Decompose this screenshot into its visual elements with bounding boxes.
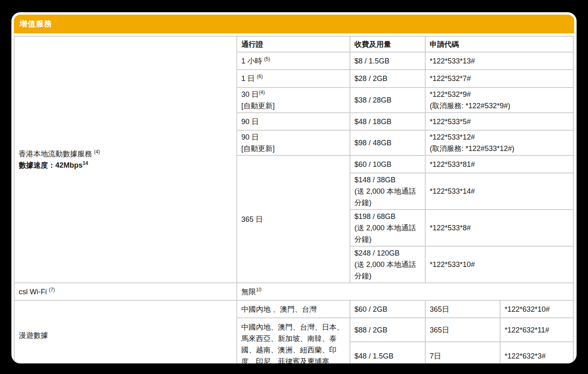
pass-cell: 30 日(4) [自動更新] (237, 87, 350, 113)
pass-cell: 90 日 [自動更新] (237, 130, 350, 155)
section-title: 增值服務 (20, 19, 52, 29)
wifi-value-cell: 無限10 (237, 283, 573, 300)
code-cell: *122*533*12# (取消服務: *122#533*12#) (425, 130, 573, 155)
code-cell: *122*533*14# (425, 173, 573, 210)
local-data-service-cell: 香港本地流動數據服務(4) 數據速度：42Mbps14 (14, 36, 237, 283)
fee-cell: $8 / 1.5GB (350, 52, 425, 70)
code-cell: *122*632*11# (500, 318, 573, 342)
fee-cell: $48 / 18GB (350, 113, 425, 130)
local-data-service-name: 香港本地流動數據服務(4) (19, 148, 232, 160)
fee-cell: $60 / 2GB (350, 300, 425, 318)
data-speed-line: 數據速度：42Mbps14 (19, 160, 232, 171)
code-cell: *122*532*9# (取消服務: *122#532*9#) (425, 87, 573, 113)
fee-cell: $98 / 48GB (350, 130, 425, 155)
code-cell: *122*533*10# (425, 246, 573, 283)
code-cell: *122*632*3# (500, 342, 573, 363)
pass-cell: 1 小時(5) (237, 52, 350, 70)
fee-cell: $48 / 1.5GB (350, 342, 425, 363)
duration-cell: 365日 (425, 318, 500, 342)
pass-cell-365: 365 日 (237, 155, 350, 283)
duration-cell: 7日 (425, 342, 500, 363)
code-cell: *122*533*13# (425, 52, 573, 70)
col-header-fee: 收費及用量 (350, 36, 425, 52)
fee-cell: $198 / 68GB (送 2,000 本地通話分鐘) (350, 210, 425, 246)
col-header-code: 申請代碼 (425, 36, 573, 52)
code-cell: *122*532*7# (425, 70, 573, 87)
code-cell: *122*632*10# (500, 300, 573, 318)
fee-cell: $148 / 38GB (送 2,000 本地通話分鐘) (350, 173, 425, 210)
fee-cell: $248 / 120GB (送 2,000 本地通話分鐘) (350, 246, 425, 283)
region-cell: 中國內地、澳門、台灣、日本、馬來西亞、新加坡、南韓、泰國、越南、澳洲、紐西蘭、印… (237, 318, 350, 363)
table-row-wifi: csl Wi-Fi(7) 無限10 (14, 283, 573, 300)
code-cell: *122*533*8# (425, 210, 573, 246)
code-cell: *122*533*5# (425, 113, 573, 130)
code-cell: *122*533*81# (425, 155, 573, 173)
fee-cell: $88 / 2GB (350, 318, 425, 342)
fee-cell: $38 / 28GB (350, 87, 425, 113)
fee-cell: $60 / 10GB (350, 155, 425, 173)
value-added-services-table: 香港本地流動數據服務(4) 數據速度：42Mbps14 通行證 收費及用量 申請… (14, 36, 574, 363)
duration-cell: 365日 (425, 300, 500, 318)
region-cell: 中國內地 、澳門、台灣 (237, 300, 350, 318)
pass-cell: 90 日 (237, 113, 350, 130)
table-header-row: 香港本地流動數據服務(4) 數據速度：42Mbps14 通行證 收費及用量 申請… (14, 36, 573, 52)
table-row-roaming: 漫遊數據 中國內地 、澳門、台灣 $60 / 2GB 365日 *122*632… (14, 300, 573, 318)
fee-cell: $28 / 2GB (350, 70, 425, 87)
section-header-bar: 增值服務 (14, 15, 574, 33)
services-card: 增值服務 香港本地流動數據服務(4) 數據速度：42Mbps14 通行證 收費及… (11, 12, 577, 363)
pass-cell: 1 日(6) (237, 70, 350, 87)
roaming-service-cell: 漫遊數據 (14, 300, 237, 363)
wifi-service-cell: csl Wi-Fi(7) (14, 283, 237, 300)
col-header-pass: 通行證 (237, 36, 350, 52)
